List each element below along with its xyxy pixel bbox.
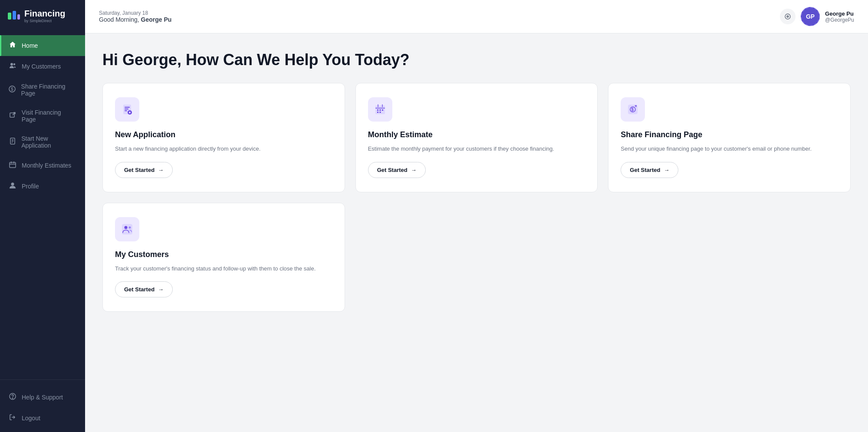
svg-point-18	[12, 398, 13, 398]
card-monthly-estimate: Monthly Estimate Estimate the monthly pa…	[355, 83, 598, 192]
share-financing-btn-label: Get Started	[630, 167, 660, 173]
my-customers-get-started-button[interactable]: Get Started →	[115, 281, 173, 297]
my-customers-icon-wrap	[115, 217, 139, 241]
arrow-right-icon: →	[158, 286, 164, 293]
user-handle: @GeorgePu	[825, 17, 854, 23]
svg-text:$: $	[631, 107, 634, 112]
cards-grid-row2: My Customers Track your customer's finan…	[102, 203, 851, 312]
svg-point-3	[10, 63, 13, 66]
sidebar-item-monthly-estimates[interactable]: Monthly Estimates	[0, 155, 85, 176]
svg-rect-33	[379, 109, 381, 111]
main-content: Saturday, January 18 Good Morning, Georg…	[85, 0, 868, 432]
sidebar-item-profile-label: Profile	[22, 183, 39, 190]
sidebar-item-logout-label: Logout	[22, 415, 40, 422]
greeting-prefix: Good Morning,	[99, 16, 141, 23]
svg-rect-12	[10, 162, 16, 168]
share-financing-icon-wrap: $	[621, 97, 645, 122]
cards-grid-row1: New Application Start a new financing ap…	[102, 83, 851, 192]
svg-rect-35	[377, 112, 378, 113]
arrow-right-icon: →	[158, 167, 164, 173]
share-icon: $	[9, 86, 16, 94]
monthly-estimate-desc: Estimate the monthly payment for your cu…	[368, 145, 585, 153]
link-icon	[9, 112, 16, 120]
new-application-btn-label: Get Started	[124, 167, 155, 173]
nav-items: Home My Customers $ Share Financing Page…	[0, 32, 85, 379]
svg-text:$: $	[11, 87, 13, 92]
my-customers-desc: Track your customer's financing status a…	[115, 264, 332, 273]
sidebar-item-my-customers-label: My Customers	[22, 63, 61, 70]
header-info: Saturday, January 18 Good Morning, Georg…	[99, 10, 171, 23]
svg-rect-24	[125, 110, 127, 111]
my-customers-btn-label: Get Started	[124, 286, 155, 293]
svg-rect-36	[379, 112, 381, 113]
monthly-estimate-get-started-button[interactable]: Get Started →	[368, 162, 426, 178]
avatar: GP	[801, 7, 820, 26]
user-name: George Pu	[825, 10, 854, 17]
sidebar-item-help-support[interactable]: Help & Support	[0, 387, 85, 408]
logout-icon	[9, 414, 16, 422]
new-application-get-started-button[interactable]: Get Started →	[115, 162, 173, 178]
sidebar-item-my-customers[interactable]: My Customers	[0, 56, 85, 77]
logo: Financing by SimpleDirect	[0, 0, 85, 32]
header: Saturday, January 18 Good Morning, Georg…	[85, 0, 868, 33]
card-share-financing: $ Share Financing Page Send your unique …	[608, 83, 851, 192]
sidebar-item-start-new-application[interactable]: Start New Application	[0, 129, 85, 155]
svg-rect-40	[122, 224, 132, 234]
help-icon	[9, 393, 16, 402]
my-customers-title: My Customers	[115, 250, 332, 259]
application-icon	[9, 138, 16, 146]
share-financing-desc: Send your unique financing page to your …	[621, 145, 838, 153]
header-date: Saturday, January 18	[99, 10, 171, 16]
sidebar-item-help-label: Help & Support	[22, 394, 63, 401]
new-application-icon-wrap	[115, 97, 139, 122]
svg-rect-2	[17, 14, 20, 20]
share-financing-get-started-button[interactable]: Get Started →	[621, 162, 678, 178]
sidebar-item-home[interactable]: Home	[0, 35, 85, 56]
logo-icon	[7, 9, 21, 23]
svg-rect-34	[382, 109, 383, 111]
notification-button[interactable]	[780, 9, 796, 24]
svg-rect-22	[125, 107, 130, 108]
arrow-right-icon: →	[411, 167, 417, 173]
monthly-estimate-icon-wrap	[368, 97, 392, 122]
new-application-title: New Application	[115, 130, 332, 139]
sidebar-item-home-label: Home	[22, 42, 38, 49]
card-my-customers: My Customers Track your customer's finan…	[102, 203, 345, 312]
sidebar-bottom: Help & Support Logout	[0, 379, 85, 432]
header-right: GP George Pu @GeorgePu	[780, 7, 854, 26]
svg-rect-1	[13, 11, 16, 20]
arrow-right-icon: →	[664, 167, 669, 173]
monthly-estimate-btn-label: Get Started	[377, 167, 408, 173]
calendar-icon	[9, 161, 16, 170]
sidebar-item-monthly-estimates-label: Monthly Estimates	[22, 162, 71, 169]
profile-icon	[9, 182, 16, 191]
header-greeting: Good Morning, George Pu	[99, 16, 171, 23]
sidebar-item-visit-financing-page[interactable]: Visit Financing Page	[0, 103, 85, 129]
page-content: Hi George, How Can We Help You Today?	[85, 33, 868, 432]
sidebar-item-share-financing-label: Share Financing Page	[21, 83, 76, 97]
logo-sub: by SimpleDirect	[24, 19, 65, 23]
sidebar-item-profile[interactable]: Profile	[0, 176, 85, 197]
sidebar-item-start-new-application-label: Start New Application	[21, 135, 76, 149]
card-new-application: New Application Start a new financing ap…	[102, 83, 345, 192]
share-financing-title: Share Financing Page	[621, 130, 838, 139]
greeting-name: George Pu	[141, 16, 172, 23]
customers-icon	[9, 62, 16, 71]
svg-point-20	[787, 16, 789, 17]
sidebar-item-logout[interactable]: Logout	[0, 408, 85, 429]
svg-point-42	[129, 226, 131, 228]
sidebar-item-share-financing-page[interactable]: $ Share Financing Page	[0, 77, 85, 103]
svg-rect-23	[125, 109, 128, 109]
sidebar-item-visit-financing-label: Visit Financing Page	[22, 109, 76, 123]
svg-point-41	[125, 226, 128, 229]
empty-col-2	[355, 203, 598, 312]
svg-rect-32	[377, 109, 378, 111]
home-icon	[9, 41, 16, 50]
new-application-desc: Start a new financing application direct…	[115, 145, 332, 153]
svg-point-4	[13, 63, 15, 65]
monthly-estimate-title: Monthly Estimate	[368, 130, 585, 139]
svg-rect-0	[8, 13, 11, 20]
empty-col-3	[608, 203, 851, 312]
sidebar: Financing by SimpleDirect Home My Custom…	[0, 0, 85, 432]
user-info: George Pu @GeorgePu	[825, 10, 854, 23]
